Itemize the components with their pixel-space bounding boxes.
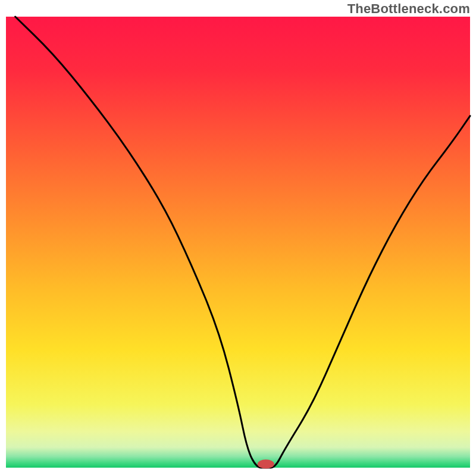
plot-background [6, 17, 470, 468]
bottleneck-chart [0, 0, 476, 476]
minimum-marker [258, 459, 274, 468]
chart-container: TheBottleneck.com [0, 0, 476, 476]
watermark-label: TheBottleneck.com [347, 1, 470, 17]
